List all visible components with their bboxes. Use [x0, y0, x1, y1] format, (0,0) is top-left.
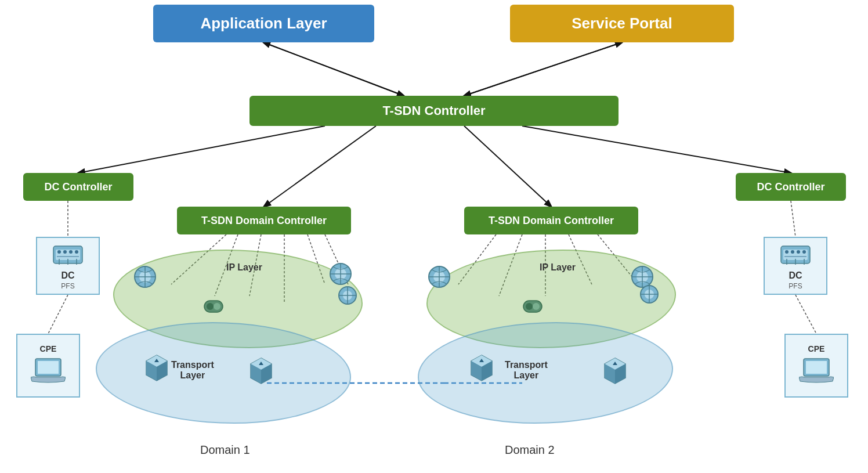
svg-point-38 — [791, 250, 794, 254]
switch-ip-right — [522, 296, 543, 319]
switch-ip-left — [203, 296, 224, 319]
svg-line-3 — [464, 42, 622, 96]
cpe-left: CPE — [16, 334, 80, 398]
svg-line-0 — [263, 42, 404, 96]
dc-server-right: DC PFS — [764, 237, 827, 295]
pfs-left-label: PFS — [61, 282, 74, 290]
tsdn-domain-left-box: T-SDN Domain Controller — [177, 207, 351, 234]
svg-point-39 — [797, 250, 800, 254]
dc-server-icon-left — [52, 241, 84, 270]
router-ip-right-1 — [426, 264, 452, 292]
router-ip-left-1 — [132, 264, 158, 292]
svg-point-95 — [214, 303, 220, 310]
tsdn-controller-box: T-SDN Controller — [249, 96, 619, 126]
tsdn-domain-right-box: T-SDN Domain Controller — [464, 207, 638, 234]
transport-node-right-2 — [603, 357, 627, 387]
transport-node-left-1 — [145, 354, 168, 384]
service-portal-box: Service Portal — [510, 5, 734, 42]
ip-layer-text-left: IP Layer — [226, 262, 262, 272]
svg-line-11 — [795, 295, 816, 334]
dc-right-label: DC — [789, 270, 802, 281]
router-ip-right-3 — [638, 283, 660, 308]
svg-line-6 — [464, 126, 551, 207]
application-layer-label: Application Layer — [200, 15, 327, 33]
svg-point-37 — [785, 250, 789, 254]
application-layer-box: Application Layer — [153, 5, 374, 42]
laptop-icon-left — [31, 356, 66, 388]
dc-controller-right-label: DC Controller — [757, 181, 825, 193]
svg-line-7 — [522, 126, 791, 173]
svg-rect-46 — [38, 361, 59, 374]
svg-rect-48 — [806, 361, 827, 374]
svg-line-4 — [78, 126, 325, 173]
domain-2-label: Domain 2 — [505, 443, 555, 457]
cpe-right: CPE — [784, 334, 848, 398]
tsdn-domain-right-label: T-SDN Domain Controller — [489, 215, 614, 227]
dc-controller-right-box: DC Controller — [736, 173, 846, 201]
tsdn-domain-left-label: T-SDN Domain Controller — [201, 215, 327, 227]
transport-layer-label-right: TransportLayer — [505, 360, 548, 381]
ip-layer-label-left: IP Layer — [226, 262, 262, 273]
ip-layer-text-right: IP Layer — [540, 262, 576, 272]
service-portal-label: Service Portal — [572, 15, 672, 33]
svg-point-30 — [75, 250, 78, 254]
svg-point-29 — [69, 250, 73, 254]
svg-point-98 — [533, 303, 540, 310]
dc-server-left: DC PFS — [36, 237, 100, 295]
tsdn-controller-label: T-SDN Controller — [382, 103, 485, 118]
transport-node-left-2 — [249, 357, 273, 387]
laptop-icon-right — [799, 356, 834, 388]
diagram-container: Application Layer Service Portal T-SDN C… — [0, 0, 868, 473]
svg-line-10 — [48, 295, 68, 334]
svg-line-5 — [264, 126, 376, 207]
dc-server-icon-right — [780, 241, 812, 270]
svg-point-40 — [802, 250, 806, 254]
pfs-right-label: PFS — [789, 282, 802, 290]
domain-1-label: Domain 1 — [200, 443, 250, 457]
svg-point-28 — [63, 250, 67, 254]
router-ip-left-3 — [337, 284, 359, 309]
svg-line-9 — [791, 201, 795, 237]
cpe-left-label: CPE — [40, 344, 57, 353]
dc-left-label: DC — [61, 270, 74, 281]
dc-controller-left-box: DC Controller — [23, 173, 133, 201]
transport-node-right-1 — [470, 354, 493, 384]
cpe-right-label: CPE — [808, 344, 825, 353]
svg-line-1 — [263, 42, 404, 96]
dc-controller-left-label: DC Controller — [45, 181, 113, 193]
svg-point-94 — [207, 303, 214, 310]
ip-layer-label-right: IP Layer — [540, 262, 576, 273]
transport-layer-label-left: TransportLayer — [171, 360, 214, 381]
svg-point-27 — [57, 250, 61, 254]
svg-point-97 — [526, 303, 533, 310]
svg-line-2 — [464, 42, 622, 96]
